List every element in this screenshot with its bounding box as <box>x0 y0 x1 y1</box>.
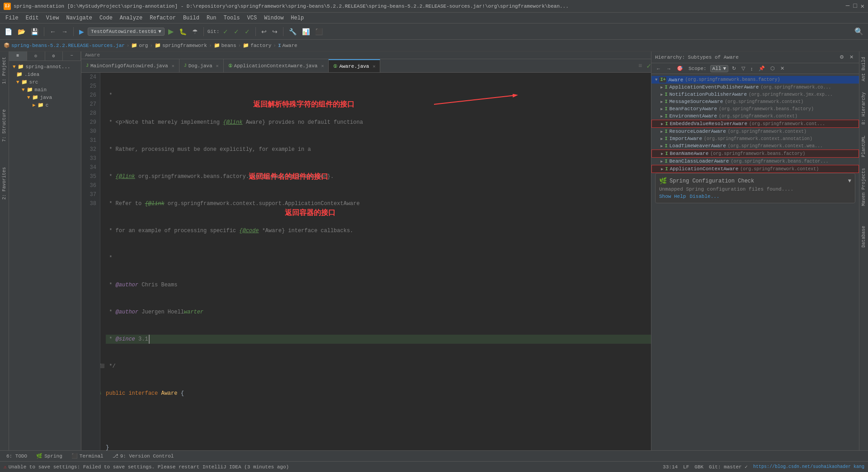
coverage-button[interactable]: ☂ <box>190 27 200 36</box>
tree-main[interactable]: ▼ 📁 main <box>9 86 81 93</box>
tab-close-4[interactable]: ✕ <box>373 64 375 69</box>
settings-button[interactable]: 🔧 <box>287 27 298 36</box>
debug-button[interactable]: 🐛 <box>177 27 189 36</box>
charset[interactable]: GBK <box>694 464 703 470</box>
tree-c[interactable]: ▶ 📁 c <box>9 101 81 109</box>
favorites-tab[interactable]: 2: Favorites <box>1 164 8 203</box>
settings-sidebar-tab[interactable]: ⚙ <box>45 51 63 61</box>
code-editor[interactable]: 24 25 26 27 28 29 30 31 32 33 34 35 36 3… <box>81 73 651 450</box>
search-everywhere-button[interactable]: 🔍 <box>853 26 865 37</box>
h-pin-button[interactable]: 📌 <box>757 65 767 72</box>
spring-tab[interactable]: 🌿 Spring <box>32 452 67 460</box>
h-forward-button[interactable]: → <box>665 65 673 72</box>
menu-file[interactable]: File <box>2 13 22 23</box>
h-item-beanclassloader[interactable]: ▶ I BeanClassLoaderAware (org.springfram… <box>651 158 859 165</box>
forward-button[interactable]: → <box>60 27 70 36</box>
run-config-dropdown[interactable]: TestOfAutowired.test01 ▼ <box>88 28 165 36</box>
git-merge-button[interactable]: ✓ <box>232 27 241 36</box>
tree-java[interactable]: ▼ 📁 java <box>9 93 81 101</box>
run-button[interactable]: ▶ <box>166 26 175 37</box>
h-sort-button[interactable]: ↕ <box>749 65 755 72</box>
tab-close-2[interactable]: ✕ <box>216 63 219 69</box>
redo-button[interactable]: ↪ <box>270 27 279 36</box>
h-open-editor-button[interactable]: ⬡ <box>769 65 777 72</box>
tab-close-3[interactable]: ✕ <box>321 63 324 69</box>
bc-jar[interactable]: 📦 spring-beans-5.2.2.RELEASE-sources.jar <box>4 42 125 48</box>
menu-code[interactable]: Code <box>96 13 116 23</box>
scope-dropdown[interactable]: All ▼ <box>710 65 728 72</box>
menu-analyze[interactable]: Analyze <box>116 13 146 23</box>
disable-link[interactable]: Disable... <box>689 194 719 199</box>
menu-refactor[interactable]: Refactor <box>146 13 179 23</box>
show-help-link[interactable]: Show Help <box>659 194 686 199</box>
cursor-position[interactable]: 33:14 <box>663 464 678 470</box>
back-button[interactable]: ← <box>48 27 58 36</box>
new-file-button[interactable]: 📄 <box>3 27 14 36</box>
menu-view[interactable]: View <box>42 13 63 23</box>
maximize-button[interactable]: □ <box>853 2 857 10</box>
h-item-msgsource[interactable]: ▶ I MessageSourceAware (org.springframew… <box>651 98 859 105</box>
h-item-embeddedvalue[interactable]: ▶ I EmbeddedValueResolverAware (org.spri… <box>651 120 859 128</box>
version-control-tab[interactable]: ⎇ 9: Version Control <box>108 452 179 460</box>
minimize-button[interactable]: ─ <box>846 2 849 10</box>
hierarchy-close-button[interactable]: ✕ <box>848 53 855 61</box>
git-check-button[interactable]: ✓ <box>221 27 230 36</box>
tab-overflow-button[interactable]: ≡ <box>636 62 645 70</box>
git-status-bar[interactable]: Git: master ✓ <box>709 464 748 470</box>
menu-run[interactable]: Run <box>203 13 220 23</box>
menu-edit[interactable]: Edit <box>22 13 42 23</box>
terminal-button[interactable]: ⬛ <box>313 27 325 36</box>
tab-main-config[interactable]: J MainConfigOfAutowired.java ✕ <box>81 59 179 72</box>
h-filter-button[interactable]: ▽ <box>740 65 747 72</box>
vcs-log-button[interactable]: 📊 <box>300 27 311 36</box>
tree-root[interactable]: ▼ 📁 spring-annot... <box>9 63 81 70</box>
tab-dog[interactable]: J Dog.java ✕ <box>179 59 224 72</box>
h-item-aware[interactable]: ▼ I+ Aware (org.springframework.beans.fa… <box>651 76 859 84</box>
structure-tab[interactable]: 7: Structure <box>1 106 8 145</box>
scope-tab[interactable]: ⊙ <box>27 51 45 61</box>
open-button[interactable]: 📂 <box>16 27 27 36</box>
menu-navigate[interactable]: Navigate <box>62 13 96 23</box>
bc-factory[interactable]: 📁 factory <box>243 42 271 48</box>
database-tab[interactable]: Database <box>860 222 867 251</box>
h-close-button[interactable]: ✕ <box>778 65 786 72</box>
bc-org[interactable]: 📁 org <box>131 42 148 48</box>
h-locate-button[interactable]: 🎯 <box>675 65 685 72</box>
window-controls[interactable]: ─ □ ✕ <box>846 2 864 10</box>
menu-help[interactable]: Help <box>287 13 307 23</box>
save-button[interactable]: 💾 <box>29 27 40 36</box>
h-refresh-button[interactable]: ↻ <box>730 65 738 72</box>
tree-idea[interactable]: 📁 .idea <box>9 70 81 78</box>
spring-check-expand-icon[interactable]: ▼ <box>848 178 851 184</box>
tab-appcontextaware[interactable]: ① ApplicationContextAware.java ✕ <box>224 59 329 72</box>
plantuml-tab[interactable]: PlantUML <box>860 132 867 161</box>
h-item-appcontextaware[interactable]: ▶ I ApplicationContextAware (org.springf… <box>651 165 859 173</box>
h-item-import[interactable]: ▶ I ImportAware (org.springframework.con… <box>651 135 859 142</box>
maven-tab[interactable]: Maven Projects <box>860 164 867 210</box>
h-item-notifpub[interactable]: ▶ I NotificationPublisherAware (org.spri… <box>651 91 859 98</box>
undo-button[interactable]: ↩ <box>259 27 269 36</box>
code-content[interactable]: * * <p>Note that merely implementing {@l… <box>100 73 651 450</box>
h-item-resourceloader[interactable]: ▶ I ResourceLoaderAware (org.springframe… <box>651 128 859 135</box>
hierarchy-side-tab[interactable]: 8: Hierarchy <box>860 89 867 128</box>
tab-aware[interactable]: ① Aware.java ✕ <box>329 59 380 72</box>
h-item-loadtimeweaver[interactable]: ▶ I LoadTimeWeaverAware (org.springframe… <box>651 142 859 150</box>
project-view-tab[interactable]: ≡ <box>9 51 27 61</box>
menu-build[interactable]: Build <box>179 13 203 23</box>
tab-close-1[interactable]: ✕ <box>172 63 175 69</box>
close-button[interactable]: ✕ <box>861 2 864 10</box>
menu-tools[interactable]: Tools <box>220 13 244 23</box>
ant-build-tab[interactable]: Ant Build <box>860 53 867 85</box>
bc-springframework[interactable]: 📁 springframework <box>155 42 207 48</box>
h-item-beanname[interactable]: ▶ I BeanNameAware (org.springframework.b… <box>651 150 859 158</box>
h-back-button[interactable]: ← <box>654 65 663 72</box>
run-config-button[interactable]: ▶ <box>77 27 86 36</box>
menu-window[interactable]: Window <box>260 13 287 23</box>
bc-beans[interactable]: 📁 beans <box>214 42 236 48</box>
h-item-beanfactory[interactable]: ▶ I BeanFactoryAware (org.springframewor… <box>651 105 859 112</box>
line-ending[interactable]: LF <box>683 464 689 470</box>
h-item-appeventpub[interactable]: ▶ I ApplicationEventPublisherAware (org.… <box>651 84 859 91</box>
menu-vcs[interactable]: VCS <box>244 13 261 23</box>
todo-tab[interactable]: 6: TODO <box>2 453 32 460</box>
tree-src[interactable]: ▼ 📁 src <box>9 78 81 86</box>
